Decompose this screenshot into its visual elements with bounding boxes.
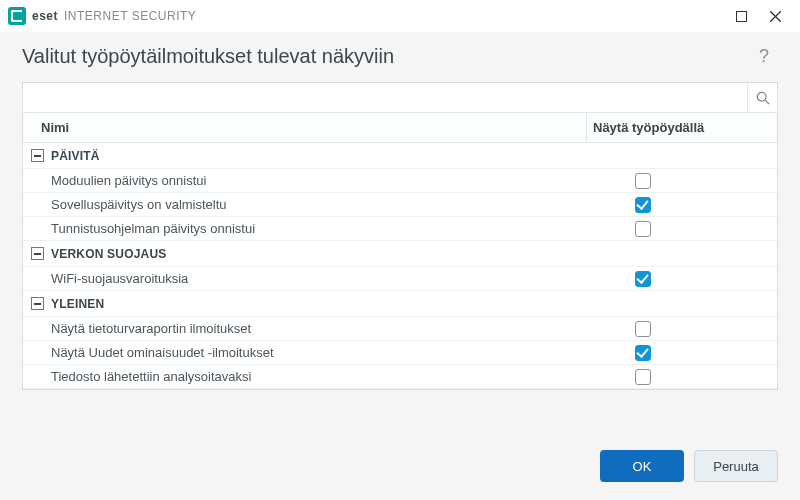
search-icon <box>756 91 770 105</box>
group-label: YLEINEN <box>51 297 104 311</box>
checkbox[interactable] <box>635 369 651 385</box>
row-label: Moduulien päivitys onnistui <box>23 173 587 188</box>
row-checkbox-cell <box>587 271 777 287</box>
svg-rect-0 <box>736 11 746 21</box>
row-checkbox-cell <box>587 345 777 361</box>
help-button[interactable]: ? <box>752 44 776 68</box>
checkbox[interactable] <box>635 321 651 337</box>
group-header[interactable]: PÄIVITÄ <box>23 143 777 169</box>
search-input[interactable] <box>23 83 747 112</box>
row-label: Näytä Uudet ominaisuudet -ilmoitukset <box>23 345 587 360</box>
table-row: Tunnistusohjelman päivitys onnistui <box>23 217 777 241</box>
page-title: Valitut työpöytäilmoitukset tulevat näky… <box>22 45 394 68</box>
collapse-icon <box>31 247 44 260</box>
svg-point-3 <box>757 92 766 101</box>
row-label: Tiedosto lähetettiin analysoitavaksi <box>23 369 587 384</box>
table-body: PÄIVITÄModuulien päivitys onnistuiSovell… <box>23 143 777 389</box>
row-label: WiFi-suojausvaroituksia <box>23 271 587 286</box>
group-label: VERKON SUOJAUS <box>51 247 167 261</box>
checkbox[interactable] <box>635 173 651 189</box>
footer: OK Peruuta <box>600 450 778 482</box>
table-row: Näytä Uudet ominaisuudet -ilmoitukset <box>23 341 777 365</box>
table-row: WiFi-suojausvaroituksia <box>23 267 777 291</box>
row-label: Tunnistusohjelman päivitys onnistui <box>23 221 587 236</box>
group-header[interactable]: VERKON SUOJAUS <box>23 241 777 267</box>
maximize-button[interactable] <box>724 2 758 30</box>
search-button[interactable] <box>747 83 777 113</box>
collapse-icon <box>31 297 44 310</box>
row-checkbox-cell <box>587 369 777 385</box>
notifications-panel: Nimi Näytä työpöydällä PÄIVITÄModuulien … <box>22 82 778 390</box>
table-header: Nimi Näytä työpöydällä <box>23 113 777 143</box>
group-label: PÄIVITÄ <box>51 149 100 163</box>
maximize-icon <box>736 11 747 22</box>
brand-sub: INTERNET SECURITY <box>64 9 196 23</box>
group-header[interactable]: YLEINEN <box>23 291 777 317</box>
search-row <box>23 83 777 113</box>
table-row: Tiedosto lähetettiin analysoitavaksi <box>23 365 777 389</box>
row-checkbox-cell <box>587 197 777 213</box>
close-button[interactable] <box>758 2 792 30</box>
col-header-name[interactable]: Nimi <box>23 113 587 142</box>
checkbox[interactable] <box>635 221 651 237</box>
row-checkbox-cell <box>587 173 777 189</box>
table-row: Näytä tietoturvaraportin ilmoitukset <box>23 317 777 341</box>
row-label: Näytä tietoturvaraportin ilmoitukset <box>23 321 587 336</box>
table-row: Moduulien päivitys onnistui <box>23 169 777 193</box>
close-icon <box>770 11 781 22</box>
cancel-button[interactable]: Peruuta <box>694 450 778 482</box>
titlebar: eset INTERNET SECURITY <box>0 0 800 32</box>
svg-line-4 <box>764 99 768 103</box>
checkbox[interactable] <box>635 345 651 361</box>
row-checkbox-cell <box>587 321 777 337</box>
heading-row: Valitut työpöytäilmoitukset tulevat näky… <box>0 32 800 82</box>
row-label: Sovelluspäivitys on valmisteltu <box>23 197 587 212</box>
brand-logo-icon <box>8 7 26 25</box>
ok-button[interactable]: OK <box>600 450 684 482</box>
col-header-show[interactable]: Näytä työpöydällä <box>587 113 777 142</box>
checkbox[interactable] <box>635 271 651 287</box>
brand-main: eset <box>32 9 58 23</box>
help-icon: ? <box>759 46 769 67</box>
collapse-icon <box>31 149 44 162</box>
checkbox[interactable] <box>635 197 651 213</box>
table-row: Sovelluspäivitys on valmisteltu <box>23 193 777 217</box>
row-checkbox-cell <box>587 221 777 237</box>
brand: eset INTERNET SECURITY <box>8 7 196 25</box>
